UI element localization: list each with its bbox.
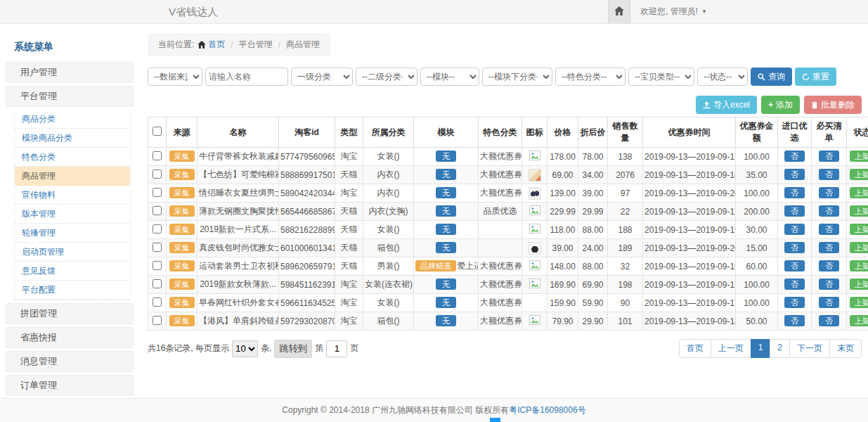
reset-button[interactable]: 重置	[795, 68, 836, 86]
source-badge[interactable]: 采集	[169, 224, 195, 235]
status-button[interactable]: 上架	[850, 205, 868, 217]
row-checkbox[interactable]	[153, 188, 162, 197]
import-select-button[interactable]: 否	[784, 315, 805, 326]
must-buy-button[interactable]: 否	[819, 205, 839, 217]
pager-button-1[interactable]: 1	[751, 339, 771, 358]
filter-module[interactable]: --模块--	[420, 68, 479, 86]
sidebar-subitem-宣传物料[interactable]: 宣传物料	[15, 186, 130, 205]
source-badge[interactable]: 采集	[169, 279, 195, 290]
status-button[interactable]: 上架	[850, 260, 868, 271]
row-checkbox[interactable]	[153, 170, 162, 179]
row-checkbox[interactable]	[153, 298, 162, 307]
must-buy-button[interactable]: 否	[819, 279, 839, 290]
row-checkbox[interactable]	[153, 279, 162, 288]
import-select-button[interactable]: 否	[784, 169, 805, 180]
pager-button-下一页[interactable]: 下一页	[789, 339, 830, 358]
must-buy-button[interactable]: 否	[819, 297, 839, 308]
select-all-checkbox[interactable]	[153, 127, 162, 136]
module-badge[interactable]: 无	[436, 151, 456, 162]
import-select-button[interactable]: 否	[784, 297, 805, 308]
filter-data-source[interactable]: --数据来源--	[148, 68, 202, 86]
must-buy-button[interactable]: 否	[819, 260, 839, 271]
sidebar-item-top[interactable]: 拼团管理	[6, 303, 134, 324]
filter-level1-category[interactable]: 一级分类	[291, 68, 353, 86]
module-badge[interactable]: 无	[436, 224, 456, 235]
sidebar-subitem-轮播管理[interactable]: 轮播管理	[15, 224, 130, 243]
status-button[interactable]: 上架	[850, 297, 868, 308]
add-button[interactable]: + 添加	[761, 96, 800, 114]
source-badge[interactable]: 采集	[169, 169, 195, 180]
pager-button-首页[interactable]: 首页	[679, 339, 711, 358]
status-button[interactable]: 上架	[850, 315, 868, 326]
import-select-button[interactable]: 否	[784, 242, 805, 253]
pager-button-上一页[interactable]: 上一页	[711, 339, 751, 358]
module-badge[interactable]: 品牌精选	[415, 260, 456, 271]
sidebar-subitem-特色分类[interactable]: 特色分类	[15, 148, 130, 167]
source-badge[interactable]: 采集	[169, 205, 195, 217]
filter-status[interactable]: --状态--	[697, 68, 748, 86]
breadcrumb-home-link[interactable]: 首页	[197, 39, 225, 51]
source-badge[interactable]: 采集	[169, 242, 195, 253]
filter-level2-category[interactable]: --二级分类--	[356, 68, 417, 86]
source-badge[interactable]: 采集	[169, 260, 195, 271]
import-select-button[interactable]: 否	[784, 205, 805, 217]
source-badge[interactable]: 采集	[169, 297, 195, 308]
module-badge[interactable]: 无	[436, 279, 456, 290]
name-search-input[interactable]	[205, 68, 288, 86]
import-select-button[interactable]: 否	[784, 187, 805, 198]
jump-page-input[interactable]	[326, 340, 347, 357]
import-excel-button[interactable]: 导入excel	[696, 96, 757, 114]
import-select-button[interactable]: 否	[784, 151, 805, 162]
status-button[interactable]: 上架	[850, 169, 868, 180]
sidebar-item-top[interactable]: 平台管理	[6, 86, 134, 107]
pager-button-2[interactable]: 2	[770, 339, 790, 358]
home-button[interactable]	[608, 0, 630, 23]
import-select-button[interactable]: 否	[784, 260, 805, 271]
icp-link[interactable]: 粤ICP备16098006号	[509, 404, 585, 416]
sidebar-subitem-模块商品分类[interactable]: 模块商品分类	[15, 129, 130, 148]
search-button[interactable]: 查询	[751, 68, 792, 86]
sidebar-item-top[interactable]: 省惠快报	[6, 327, 134, 348]
row-checkbox[interactable]	[153, 224, 162, 234]
sidebar-subitem-启动页管理[interactable]: 启动页管理	[15, 243, 130, 262]
row-checkbox[interactable]	[153, 151, 162, 160]
batch-delete-button[interactable]: 批量删除	[804, 96, 862, 114]
sidebar-item-top[interactable]: 消息管理	[6, 351, 134, 372]
filter-module-sub[interactable]: --模块下分类--	[482, 68, 552, 86]
module-badge[interactable]: 无	[436, 242, 456, 253]
source-badge[interactable]: 采集	[169, 151, 195, 162]
must-buy-button[interactable]: 否	[819, 169, 839, 180]
jump-button[interactable]: 跳转到	[274, 340, 312, 358]
module-badge[interactable]: 无	[436, 315, 456, 326]
status-button[interactable]: 上架	[850, 242, 868, 253]
must-buy-button[interactable]: 否	[819, 242, 839, 253]
row-checkbox[interactable]	[153, 206, 162, 215]
status-button[interactable]: 上架	[850, 187, 868, 198]
must-buy-button[interactable]: 否	[819, 151, 839, 162]
sidebar-subitem-意见反馈[interactable]: 意见反馈	[15, 262, 130, 281]
user-menu[interactable]: 欢迎您, 管理员! ▼	[630, 0, 717, 23]
sidebar-subitem-商品管理[interactable]: 商品管理	[15, 167, 130, 186]
status-button[interactable]: 上架	[850, 279, 868, 290]
module-badge[interactable]: 无	[436, 169, 456, 180]
sidebar-item-top[interactable]: 订单管理	[6, 375, 134, 396]
must-buy-button[interactable]: 否	[819, 187, 839, 198]
sidebar-subitem-版本管理[interactable]: 版本管理	[15, 205, 130, 224]
source-badge[interactable]: 采集	[169, 315, 195, 326]
must-buy-button[interactable]: 否	[819, 315, 839, 326]
filter-feature[interactable]: --特色分类--	[555, 68, 626, 86]
status-button[interactable]: 上架	[850, 224, 868, 235]
status-button[interactable]: 上架	[850, 151, 868, 162]
module-badge[interactable]: 无	[436, 205, 456, 217]
row-checkbox[interactable]	[153, 261, 162, 270]
row-checkbox[interactable]	[153, 243, 162, 252]
sidebar-subitem-商品分类[interactable]: 商品分类	[15, 110, 130, 129]
sidebar-subitem-平台配置[interactable]: 平台配置	[15, 281, 130, 300]
module-badge[interactable]: 无	[436, 297, 456, 308]
row-checkbox[interactable]	[153, 316, 162, 325]
per-page-select[interactable]: 10	[232, 340, 258, 357]
must-buy-button[interactable]: 否	[819, 224, 839, 235]
module-badge[interactable]: 无	[436, 187, 456, 198]
filter-item-type[interactable]: --宝贝类型--	[628, 68, 694, 86]
sidebar-item-top[interactable]: 用户管理	[6, 62, 134, 83]
